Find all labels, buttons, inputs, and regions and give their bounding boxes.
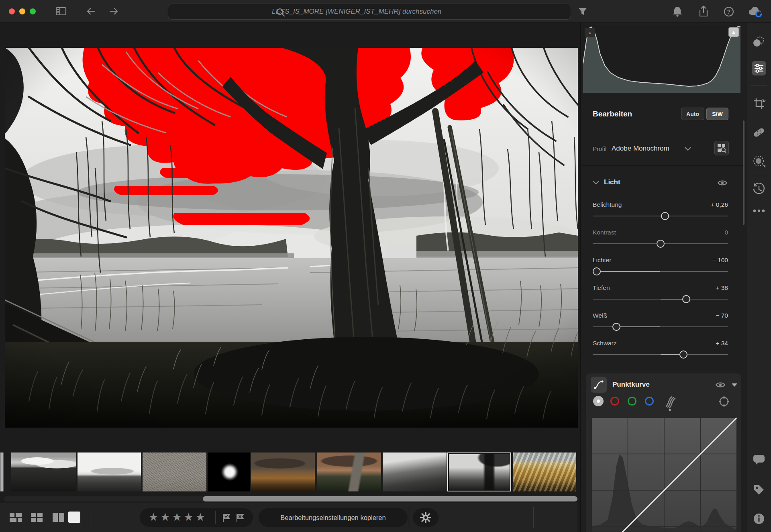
slider-fill [616, 326, 661, 327]
top-bar: LESS_IS_MORE [WENIGER_IST_MEHR] durchsuc… [0, 0, 771, 23]
versions-history-icon[interactable] [752, 182, 766, 196]
channel-green-button[interactable] [628, 397, 636, 406]
filmstrip-thumbnail[interactable] [317, 453, 381, 491]
crop-tool-icon[interactable] [752, 97, 766, 110]
slider-belichtung: Belichtung+ 0,26 [593, 201, 728, 229]
share-icon[interactable] [698, 5, 709, 18]
slider-kontrast: Kontrast0 [593, 229, 728, 257]
masking-tool-icon[interactable] [752, 154, 766, 169]
more-options-icon[interactable] [752, 209, 766, 213]
point-curve-card: Punktkurve [586, 373, 741, 532]
light-sliders: Belichtung+ 0,26Kontrast0Lichter− 100Tie… [593, 201, 728, 367]
filmstrip-thumbnail[interactable] [251, 453, 315, 491]
slider-label: Tiefen [593, 284, 610, 291]
light-visibility-eye-icon[interactable] [717, 179, 728, 186]
slider-knob[interactable] [679, 351, 687, 359]
keywords-tag-icon[interactable] [753, 483, 765, 496]
curve-type-button[interactable] [591, 377, 607, 393]
panel-scrollbar[interactable] [743, 120, 744, 225]
slider-label: Belichtung [593, 201, 622, 208]
search-placeholder: LESS_IS_MORE [WENIGER_IST_MEHR] durchsuc… [272, 8, 441, 16]
bw-button[interactable]: S/W [706, 108, 728, 120]
slider-knob[interactable] [661, 212, 669, 220]
slider-knob[interactable] [682, 295, 690, 303]
window-minimize-button[interactable] [19, 8, 25, 14]
info-icon[interactable] [753, 513, 765, 525]
auto-button[interactable]: Auto [681, 108, 704, 120]
point-curve-title: Punktkurve [612, 381, 650, 389]
filmstrip-scrollbar[interactable] [4, 496, 577, 501]
histogram[interactable]: ▲ ▲ [582, 25, 741, 94]
svg-text:?: ? [727, 8, 731, 15]
star-rating[interactable]: ★★★★★ [149, 512, 207, 523]
profile-browser-button[interactable] [714, 141, 729, 155]
filmstrip-thumbnail[interactable] [513, 453, 576, 491]
window-close-button[interactable] [9, 8, 15, 14]
sidebar-toggle-icon[interactable] [55, 6, 67, 16]
profile-browser-icon [715, 141, 728, 155]
healing-tool-icon[interactable] [752, 126, 766, 139]
compare-view-icon[interactable] [51, 512, 65, 524]
square-grid-view-icon[interactable] [30, 512, 44, 524]
slider-value: + 0,26 [710, 201, 728, 208]
notifications-bell-icon[interactable] [672, 6, 683, 18]
photo-grid-view-icon[interactable] [9, 512, 22, 524]
lightroom-window: LESS_IS_MORE [WENIGER_IST_MEHR] durchsuc… [0, 0, 771, 532]
tone-curve-grid [592, 418, 737, 532]
light-section-title[interactable]: Licht [604, 178, 620, 186]
edit-panel: ▲ ▲ Bearbeiten Auto S/W Profil Adobe Mon… [580, 23, 746, 532]
channel-luminance-button[interactable] [593, 396, 604, 406]
flag-reject-icon[interactable] [235, 513, 246, 523]
targeted-adjustment-icon[interactable] [718, 396, 730, 407]
slider-tiefen: Tiefen+ 38 [593, 284, 728, 312]
slider-label: Kontrast [593, 229, 616, 236]
slider-label: Schwarz [593, 340, 616, 347]
filmstrip-thumbnail[interactable] [383, 453, 447, 491]
detail-view-icon[interactable] [68, 512, 80, 523]
curve-collapse-icon[interactable] [731, 383, 738, 387]
light-section-chevron-icon[interactable] [593, 181, 599, 185]
filmstrip-thumbnail[interactable] [208, 453, 250, 491]
tone-curve-plot[interactable] [592, 418, 737, 532]
copy-edit-settings-button[interactable]: Bearbeitungseinstellungen kopieren [259, 508, 408, 527]
channel-red-button[interactable] [610, 397, 619, 406]
presets-icon[interactable] [752, 36, 766, 48]
window-zoom-button[interactable] [30, 8, 36, 14]
slider-value: + 38 [716, 284, 728, 291]
slider-value: 0 [724, 229, 728, 236]
shadow-clipping-toggle[interactable]: ▲ [585, 28, 595, 37]
back-arrow-icon[interactable] [85, 7, 97, 16]
edit-tool-button[interactable] [752, 61, 766, 75]
comments-icon[interactable] [753, 454, 765, 466]
cloud-sync-icon[interactable] [748, 6, 765, 18]
slider-knob[interactable] [612, 323, 620, 331]
flag-pick-icon[interactable] [222, 513, 232, 523]
help-icon[interactable]: ? [723, 6, 734, 17]
settings-gear-button[interactable] [413, 508, 439, 527]
slider-knob[interactable] [657, 240, 665, 248]
profile-chevron-icon[interactable] [684, 147, 691, 151]
curve-visibility-eye-icon[interactable] [715, 381, 726, 388]
slider-fill [597, 271, 660, 272]
slider-knob[interactable] [593, 267, 601, 275]
channel-parametric-button[interactable] [663, 395, 677, 411]
filmstrip-scrollbar-thumb[interactable] [203, 496, 577, 501]
slider-value: − 100 [712, 257, 728, 264]
main-photo-canvas[interactable] [5, 48, 578, 428]
profile-dropdown[interactable]: Adobe Monochrom [612, 145, 669, 153]
search-input[interactable]: LESS_IS_MORE [WENIGER_IST_MEHR] durchsuc… [168, 4, 571, 20]
histogram-curve [582, 25, 741, 94]
edit-panel-title: Bearbeiten [593, 110, 632, 118]
filmstrip-thumbnail[interactable] [78, 453, 141, 491]
filmstrip-thumbnail[interactable] [11, 453, 76, 491]
forward-arrow-icon[interactable] [108, 7, 120, 16]
slider-label: Weiß [593, 312, 607, 319]
bottom-toolbar: ★★★★★ Bearbeitungseinstellungen kopieren [0, 503, 577, 532]
channel-blue-button[interactable] [645, 397, 654, 406]
filmstrip-thumbnail[interactable] [143, 453, 206, 491]
filmstrip-thumbnail[interactable] [0, 453, 4, 491]
filmstrip-thumbnail-selected[interactable] [447, 453, 511, 491]
filter-icon[interactable] [577, 6, 588, 17]
slider-lichter: Lichter− 100 [593, 257, 728, 284]
highlight-clipping-toggle[interactable]: ▲ [728, 27, 739, 37]
